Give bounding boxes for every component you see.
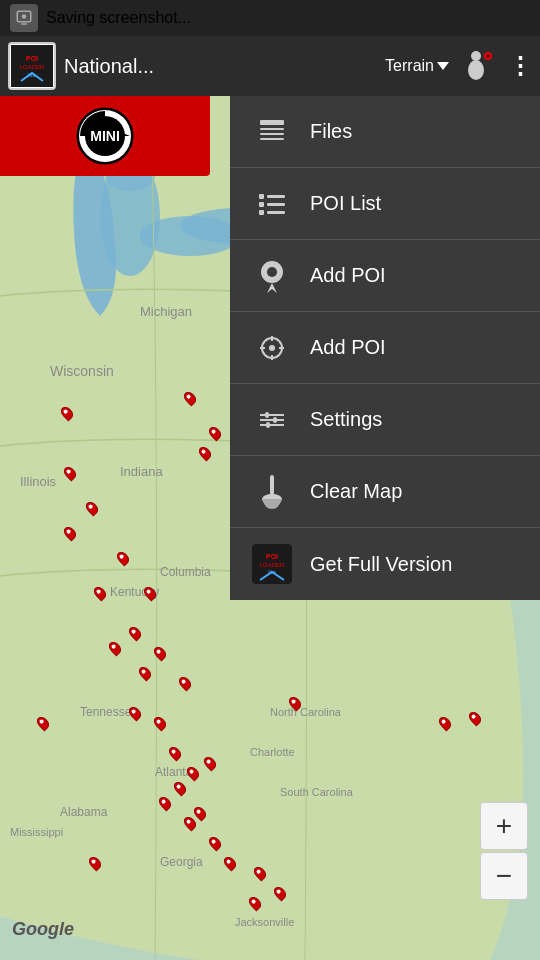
svg-rect-39: [260, 120, 284, 125]
svg-point-52: [269, 345, 275, 351]
menu-item-files[interactable]: Files: [230, 96, 540, 168]
map-container[interactable]: Wisconsin Michigan Illinois Indiana Kent…: [0, 96, 540, 960]
svg-rect-43: [259, 194, 264, 199]
svg-point-9: [468, 60, 484, 80]
navigation-icon: [462, 48, 498, 84]
poi-list-label: POI List: [310, 192, 381, 215]
menu-item-clear-map[interactable]: Clear Map: [230, 456, 540, 528]
status-bar: Saving screenshot...: [0, 0, 540, 36]
list-icon: [250, 182, 294, 226]
svg-text:POI: POI: [26, 55, 38, 62]
settings-label: Settings: [310, 408, 382, 431]
more-icon: ⋮: [508, 52, 532, 79]
menu-item-get-full-version[interactable]: POI LOADER lite Get Full Version: [230, 528, 540, 600]
svg-rect-41: [260, 133, 284, 135]
svg-rect-2: [21, 23, 27, 25]
menu-item-poi-list[interactable]: POI List: [230, 168, 540, 240]
svg-rect-44: [267, 195, 285, 198]
svg-rect-45: [259, 202, 264, 207]
terrain-button[interactable]: Terrain: [385, 57, 450, 75]
settings-icon: [250, 398, 294, 442]
menu-item-settings[interactable]: Settings: [230, 384, 540, 456]
svg-text:POI: POI: [266, 553, 278, 560]
dropdown-overlay: Files POI List: [0, 96, 540, 960]
dropdown-menu: Files POI List: [230, 96, 540, 600]
clear-map-label: Clear Map: [310, 480, 402, 503]
menu-item-add-poi-pin[interactable]: Add POI: [230, 240, 540, 312]
svg-marker-7: [437, 62, 449, 70]
app-logo: POI LOADER lite: [8, 42, 56, 90]
broom-icon: [250, 470, 294, 514]
app-title: National...: [64, 55, 385, 78]
svg-rect-48: [267, 211, 285, 214]
svg-rect-46: [267, 203, 285, 206]
svg-rect-62: [266, 422, 270, 428]
svg-point-11: [486, 54, 490, 58]
svg-rect-63: [270, 475, 274, 495]
svg-point-1: [22, 14, 27, 19]
add-poi-gps-label: Add POI: [310, 336, 386, 359]
add-poi-pin-label: Add POI: [310, 264, 386, 287]
svg-rect-60: [265, 412, 269, 418]
svg-rect-40: [260, 128, 284, 130]
pin-icon: [250, 254, 294, 298]
more-options-button[interactable]: ⋮: [508, 52, 532, 80]
svg-rect-47: [259, 210, 264, 215]
toolbar: POI LOADER lite National... Terrain ⋮: [0, 36, 540, 96]
svg-point-8: [471, 51, 481, 61]
files-label: Files: [310, 120, 352, 143]
svg-text:LOADER: LOADER: [20, 64, 45, 70]
screenshot-icon: [10, 4, 38, 32]
files-icon: [250, 110, 294, 154]
svg-rect-42: [260, 138, 284, 140]
svg-rect-61: [273, 417, 277, 423]
status-text: Saving screenshot...: [46, 9, 191, 27]
menu-item-add-poi-gps[interactable]: Add POI: [230, 312, 540, 384]
terrain-label: Terrain: [385, 57, 434, 75]
get-full-version-label: Get Full Version: [310, 553, 452, 576]
svg-point-50: [267, 267, 277, 277]
gps-icon: [250, 326, 294, 370]
svg-text:LOADER: LOADER: [260, 562, 285, 568]
poi-loader-icon: POI LOADER lite: [250, 542, 294, 586]
toolbar-icons: ⋮: [462, 48, 532, 84]
